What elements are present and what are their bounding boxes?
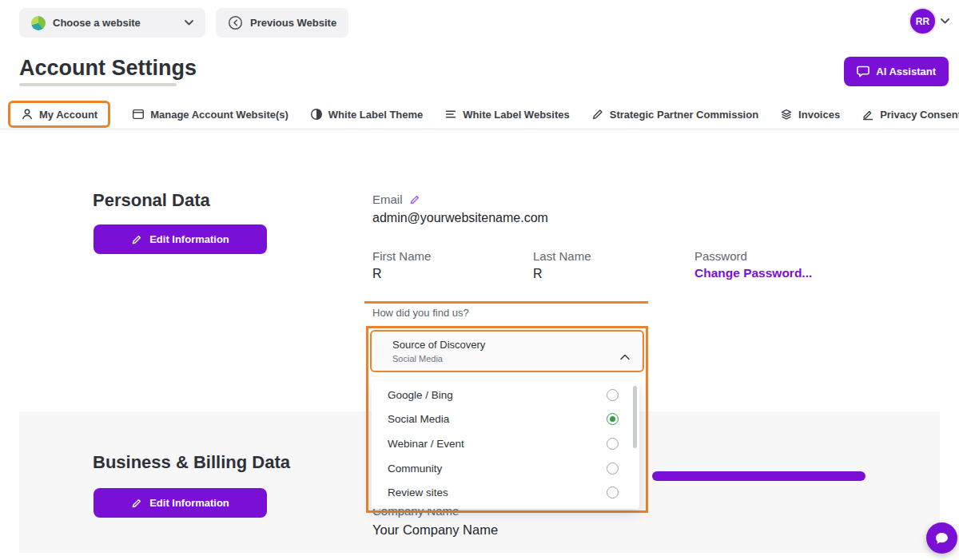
tab-label: Manage Account Website(s) [150, 109, 288, 121]
browser-icon [132, 108, 145, 121]
choose-website-label: Choose a website [53, 17, 141, 29]
email-value: admin@yourwebsitename.com [372, 211, 548, 225]
back-circle-icon [228, 15, 243, 30]
radio-unselected-icon[interactable] [607, 389, 619, 401]
email-label: Email [372, 193, 403, 206]
radio-unselected-icon[interactable] [607, 487, 619, 498]
choose-website-dropdown[interactable]: Choose a website [19, 8, 205, 38]
highlight-top-line [364, 301, 648, 304]
list-icon [444, 108, 457, 121]
website-logo-icon [31, 16, 46, 30]
select-value: Social Media [392, 354, 443, 363]
edit-business-information-button[interactable]: Edit Information [94, 488, 267, 518]
personal-data-title: Personal Data [93, 190, 210, 211]
tab-label: Strategic Partner Commission [610, 109, 758, 121]
tab-label: White Label Websites [463, 109, 569, 121]
tab-invoices[interactable]: Invoices [780, 108, 840, 121]
tab-label: Privacy Consents [880, 109, 959, 121]
option-review-sites[interactable]: Review sites [372, 480, 639, 505]
radio-unselected-icon[interactable] [607, 438, 619, 450]
chat-bubble-icon [934, 531, 949, 546]
ai-assistant-label: AI Assistant [876, 66, 936, 77]
account-settings-page: Choose a website Previous Website RR Acc… [0, 0, 959, 560]
settings-tabbar: My Account Manage Account Website(s) Whi… [8, 99, 959, 129]
option-social-media[interactable]: Social Media [372, 407, 639, 432]
previous-website-button[interactable]: Previous Website [216, 8, 348, 38]
pencil-icon [131, 234, 142, 245]
discovery-options-panel: Google / Bing Social Media Webinar / Eve… [372, 381, 639, 509]
select-label: Source of Discovery [392, 339, 485, 351]
page-title: Account Settings [19, 56, 197, 81]
last-name-value: R [533, 267, 543, 281]
last-name-label: Last Name [533, 249, 591, 263]
tab-label: White Label Theme [328, 109, 423, 121]
radio-unselected-icon[interactable] [607, 463, 619, 475]
edit-personal-information-button[interactable]: Edit Information [94, 224, 267, 254]
chevron-down-icon [185, 20, 193, 26]
password-label: Password [694, 249, 747, 263]
chevron-down-icon [941, 18, 949, 24]
avatar[interactable]: RR [909, 7, 937, 35]
ai-assistant-button[interactable]: AI Assistant [844, 57, 949, 86]
edit-information-label: Edit Information [149, 497, 229, 509]
contrast-icon [310, 108, 323, 121]
tab-white-label-websites[interactable]: White Label Websites [444, 108, 569, 121]
user-icon [21, 108, 34, 121]
edit-email-icon[interactable] [409, 194, 420, 205]
tabbar-divider [0, 129, 959, 129]
chat-icon [857, 66, 869, 77]
discovery-highlight-box: Source of Discovery Social Media Google … [366, 326, 648, 513]
option-webinar-event[interactable]: Webinar / Event [372, 431, 639, 456]
company-name-value: Your Company Name [372, 522, 498, 538]
layers-icon [780, 108, 793, 121]
title-underline [19, 83, 177, 86]
source-of-discovery-select[interactable]: Source of Discovery Social Media [370, 330, 644, 372]
tab-label: Invoices [798, 109, 840, 121]
chat-widget-button[interactable] [926, 522, 957, 554]
edit-information-label: Edit Information [149, 233, 229, 245]
pen-icon [862, 108, 874, 121]
purple-progress-bar [652, 471, 865, 481]
tab-label: My Account [39, 109, 97, 121]
tab-my-account[interactable]: My Account [8, 101, 110, 128]
change-password-link[interactable]: Change Password... [694, 266, 812, 280]
first-name-label: First Name [372, 249, 431, 263]
radio-selected-icon[interactable] [607, 413, 619, 425]
tab-manage-account-websites[interactable]: Manage Account Website(s) [132, 108, 288, 121]
email-field-header: Email [372, 193, 420, 206]
user-menu[interactable]: RR [909, 7, 949, 35]
previous-website-label: Previous Website [250, 17, 336, 29]
chevron-up-icon [620, 349, 630, 363]
how-did-you-find-us-label: How did you find us? [372, 307, 469, 319]
pencil-icon [131, 498, 142, 509]
pencil-icon [591, 108, 604, 121]
tab-privacy-consents[interactable]: Privacy Consents [862, 108, 959, 121]
tab-strategic-partner-commission[interactable]: Strategic Partner Commission [591, 108, 758, 121]
scrollbar-thumb[interactable] [633, 386, 637, 448]
business-billing-title: Business & Billing Data [93, 452, 290, 473]
tab-white-label-theme[interactable]: White Label Theme [310, 108, 423, 121]
first-name-value: R [372, 267, 382, 281]
option-community[interactable]: Community [372, 456, 639, 481]
option-google-bing[interactable]: Google / Bing [372, 383, 639, 407]
